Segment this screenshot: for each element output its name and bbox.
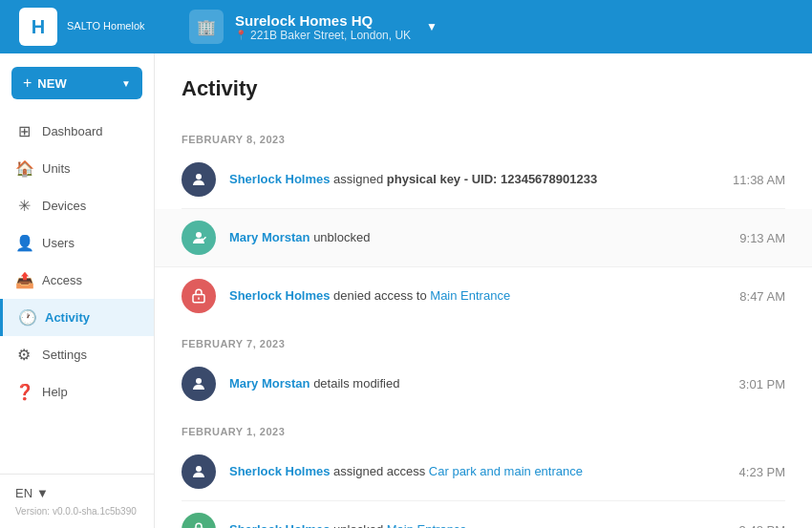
sidebar-label-help: Help bbox=[42, 385, 68, 399]
date-label: FEBRUARY 7, 2023 bbox=[182, 328, 785, 355]
action-text: assigned bbox=[331, 172, 387, 186]
activity-sections: FEBRUARY 8, 2023Sherlock Holmes assigned… bbox=[182, 124, 785, 528]
activity-text: Sherlock Holmes denied access to Main En… bbox=[229, 287, 726, 305]
place-link[interactable]: Main Entrance bbox=[430, 288, 510, 303]
activity-item: Sherlock Holmes unlocked Main Entrance3:… bbox=[182, 501, 785, 528]
sidebar-item-help[interactable]: ❓ Help bbox=[0, 373, 154, 411]
top-header: H SALTO Homelok 🏢 Surelock Homes HQ 221B… bbox=[0, 0, 812, 53]
date-label: FEBRUARY 1, 2023 bbox=[182, 416, 785, 443]
page-title: Activity bbox=[182, 76, 785, 101]
dashboard-icon: ⊞ bbox=[15, 122, 32, 140]
activity-text: Sherlock Holmes unlocked Main Entrance bbox=[229, 521, 726, 528]
avatar bbox=[182, 221, 216, 255]
place-link[interactable]: Car park and main entrance bbox=[429, 464, 583, 478]
logo-text: SALTO Homelok bbox=[67, 20, 145, 32]
sidebar-label-access: Access bbox=[42, 273, 82, 287]
sidebar-label-activity: Activity bbox=[45, 310, 90, 325]
sidebar-item-devices[interactable]: ✳ Devices bbox=[0, 187, 154, 224]
location-dropdown-arrow[interactable]: ▼ bbox=[426, 20, 438, 33]
user-link[interactable]: Sherlock Holmes bbox=[229, 172, 331, 186]
bold-text: physical key - UID: 12345678901233 bbox=[387, 172, 597, 186]
sidebar-item-users[interactable]: 👤 Users bbox=[0, 224, 154, 262]
avatar bbox=[182, 162, 216, 197]
svg-point-1 bbox=[196, 232, 202, 238]
activity-time: 3:01 PM bbox=[739, 377, 785, 391]
action-text: details modified bbox=[310, 376, 400, 391]
activity-text: Mary Morstan details modified bbox=[229, 375, 726, 392]
activity-icon: 🕐 bbox=[18, 308, 35, 327]
sidebar-item-units[interactable]: 🏠 Units bbox=[0, 150, 154, 187]
place-link[interactable]: Main Entrance bbox=[387, 522, 467, 528]
sidebar-label-units: Units bbox=[42, 161, 71, 176]
action-text: assigned access bbox=[331, 464, 429, 478]
logo-brand: SALTO Homelok bbox=[67, 20, 145, 32]
user-link[interactable]: Mary Morstan bbox=[229, 376, 310, 391]
activity-time: 3:48 PM bbox=[739, 523, 785, 529]
new-button[interactable]: + NEW ▼ bbox=[11, 67, 142, 99]
devices-icon: ✳ bbox=[15, 197, 32, 215]
avatar bbox=[182, 454, 216, 489]
sidebar-bottom: EN ▼ Version: v0.0.0-sha.1c5b390 bbox=[0, 474, 154, 528]
location-info: Surelock Homes HQ 221B Baker Street, Lon… bbox=[235, 12, 411, 42]
new-button-arrow: ▼ bbox=[121, 78, 131, 89]
access-icon: 📤 bbox=[15, 271, 32, 289]
user-link[interactable]: Mary Morstan bbox=[229, 230, 310, 244]
units-icon: 🏠 bbox=[15, 159, 32, 178]
new-button-label: NEW bbox=[37, 76, 66, 91]
avatar bbox=[182, 367, 216, 401]
activity-text: Mary Morstan unblocked bbox=[229, 229, 726, 246]
settings-icon: ⚙ bbox=[15, 346, 32, 364]
action-text: unlocked bbox=[331, 522, 387, 528]
help-icon: ❓ bbox=[15, 383, 32, 401]
language-selector[interactable]: EN ▼ bbox=[15, 486, 139, 500]
activity-text: Sherlock Holmes assigned access Car park… bbox=[229, 463, 726, 480]
activity-item: Sherlock Holmes assigned physical key - … bbox=[182, 151, 785, 209]
location-name: Surelock Homes HQ bbox=[235, 12, 411, 29]
sidebar-label-settings: Settings bbox=[42, 348, 87, 362]
action-text: denied access to bbox=[331, 288, 431, 303]
sidebar-label-devices: Devices bbox=[42, 199, 86, 213]
location-selector[interactable]: 🏢 Surelock Homes HQ 221B Baker Street, L… bbox=[174, 10, 793, 44]
svg-point-4 bbox=[196, 378, 202, 384]
date-label: FEBRUARY 8, 2023 bbox=[182, 124, 785, 151]
sidebar-item-access[interactable]: 📤 Access bbox=[0, 262, 154, 299]
location-address: 221B Baker Street, London, UK bbox=[235, 29, 411, 42]
logo: H SALTO Homelok bbox=[19, 8, 145, 46]
activity-item: Sherlock Holmes assigned access Car park… bbox=[182, 443, 785, 501]
main-layout: + NEW ▼ ⊞ Dashboard 🏠 Units ✳ Devices 👤 … bbox=[0, 53, 812, 528]
avatar bbox=[182, 279, 216, 313]
language-arrow: ▼ bbox=[36, 486, 49, 500]
activity-time: 8:47 AM bbox=[739, 289, 785, 304]
svg-point-5 bbox=[196, 466, 202, 472]
content-area: Activity FEBRUARY 8, 2023Sherlock Holmes… bbox=[155, 53, 812, 528]
language-label: EN bbox=[15, 486, 32, 500]
sidebar-item-settings[interactable]: ⚙ Settings bbox=[0, 336, 154, 373]
date-section: FEBRUARY 1, 2023Sherlock Holmes assigned… bbox=[182, 416, 785, 528]
sidebar-item-activity[interactable]: 🕐 Activity bbox=[0, 299, 154, 336]
sidebar-label-users: Users bbox=[42, 236, 75, 250]
svg-point-0 bbox=[196, 174, 202, 180]
activity-item: Mary Morstan details modified3:01 PM bbox=[182, 355, 785, 412]
date-section: FEBRUARY 7, 2023Mary Morstan details mod… bbox=[182, 328, 785, 412]
location-icon: 🏢 bbox=[189, 10, 224, 44]
user-link[interactable]: Sherlock Holmes bbox=[229, 522, 331, 528]
avatar bbox=[182, 513, 216, 528]
activity-item: Mary Morstan unblocked9:13 AM bbox=[155, 209, 812, 267]
action-text: unblocked bbox=[310, 230, 371, 244]
logo-icon: H bbox=[19, 8, 57, 46]
activity-item: Sherlock Holmes denied access to Main En… bbox=[182, 267, 785, 325]
date-section: FEBRUARY 8, 2023Sherlock Holmes assigned… bbox=[182, 124, 785, 325]
sidebar: + NEW ▼ ⊞ Dashboard 🏠 Units ✳ Devices 👤 … bbox=[0, 53, 155, 528]
version-text: Version: v0.0.0-sha.1c5b390 bbox=[15, 506, 139, 517]
activity-time: 11:38 AM bbox=[733, 173, 785, 187]
sidebar-label-dashboard: Dashboard bbox=[42, 124, 103, 138]
users-icon: 👤 bbox=[15, 234, 32, 252]
sidebar-header: H SALTO Homelok bbox=[19, 8, 174, 46]
sidebar-item-dashboard[interactable]: ⊞ Dashboard bbox=[0, 113, 154, 150]
activity-time: 4:23 PM bbox=[739, 465, 785, 479]
user-link[interactable]: Sherlock Holmes bbox=[229, 464, 331, 478]
activity-time: 9:13 AM bbox=[739, 231, 785, 245]
plus-icon: + bbox=[23, 74, 32, 92]
sidebar-nav: ⊞ Dashboard 🏠 Units ✳ Devices 👤 Users 📤 … bbox=[0, 109, 154, 474]
user-link[interactable]: Sherlock Holmes bbox=[229, 288, 331, 303]
